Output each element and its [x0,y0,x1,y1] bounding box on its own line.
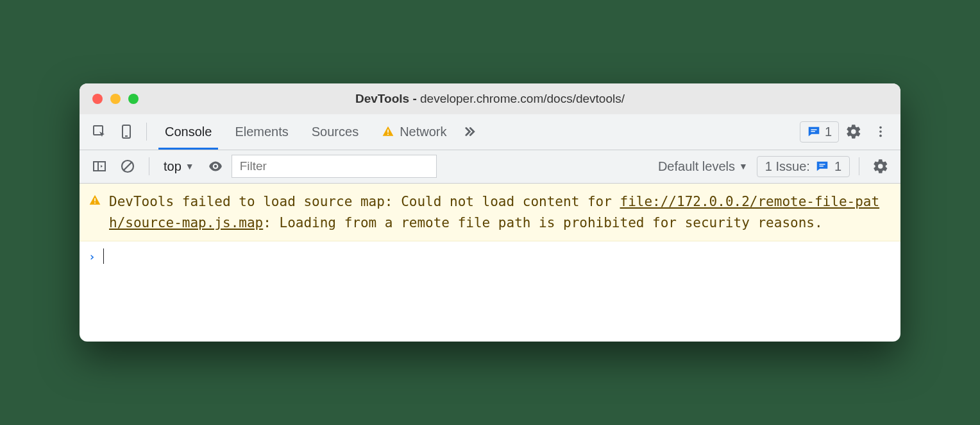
divider [146,123,147,141]
divider [859,157,859,175]
warning-pre: DevTools failed to load source map: Coul… [109,194,620,209]
settings-icon[interactable] [841,119,866,144]
tab-label: Elements [235,125,288,139]
chevron-down-icon: ▼ [739,161,748,171]
warning-icon [382,125,394,138]
svg-point-8 [879,131,882,134]
svg-point-14 [214,165,217,168]
svg-rect-5 [811,130,816,130]
tab-label: Console [165,125,212,139]
svg-rect-3 [387,130,389,133]
devtools-window: DevTools - developer.chrome.com/docs/dev… [80,83,900,342]
sidebar-toggle-icon[interactable] [87,154,112,178]
message-icon [807,125,821,139]
levels-label: Default levels [658,159,735,174]
svg-rect-15 [819,164,825,165]
log-levels-selector[interactable]: Default levels ▼ [653,159,753,174]
svg-line-13 [124,162,131,170]
tab-sources[interactable]: Sources [301,114,369,150]
console-prompt[interactable]: › [80,241,900,271]
inspect-element-icon[interactable] [87,119,112,144]
chevron-down-icon: ▼ [185,161,194,171]
console-blank-area[interactable] [80,271,900,342]
main-tabbar: Console Elements Sources Network 1 [80,114,900,150]
filter-input[interactable] [232,155,437,178]
tab-network[interactable]: Network [371,114,457,150]
tab-elements[interactable]: Elements [224,114,298,150]
svg-rect-16 [819,166,823,167]
warning-icon [89,194,101,207]
tab-label: Network [400,125,446,139]
kebab-menu-icon[interactable] [868,119,893,144]
device-toolbar-icon[interactable] [114,119,139,144]
svg-rect-18 [94,202,96,204]
warning-text: DevTools failed to load source map: Coul… [109,191,891,233]
issues-label: 1 Issue: [765,159,810,174]
clear-console-icon[interactable] [115,154,140,178]
tab-console[interactable]: Console [155,114,222,150]
console-settings-icon[interactable] [868,154,893,178]
svg-rect-10 [94,162,105,171]
svg-rect-6 [811,132,815,132]
badge-count: 1 [825,125,832,139]
console-toolbar: top ▼ Default levels ▼ 1 Issue: 1 [80,150,900,184]
issues-count: 1 [834,159,841,174]
console-warning-row: DevTools failed to load source map: Coul… [80,184,900,241]
message-icon [815,159,829,173]
svg-rect-4 [387,134,389,135]
svg-point-9 [879,135,882,137]
prompt-chevron-icon: › [89,250,96,263]
context-selector[interactable]: top ▼ [158,157,199,177]
window-title-prefix: DevTools - [355,92,420,105]
text-cursor [103,248,105,264]
more-tabs-icon[interactable] [460,119,484,144]
tab-label: Sources [312,125,359,139]
divider [149,157,149,175]
live-expression-icon[interactable] [203,154,228,178]
titlebar: DevTools - developer.chrome.com/docs/dev… [80,83,900,114]
window-title: DevTools - developer.chrome.com/docs/dev… [80,92,900,106]
context-label: top [164,159,182,174]
issues-button[interactable]: 1 Issue: 1 [757,156,850,177]
issues-badge[interactable]: 1 [800,121,839,143]
warning-post: : Loading from a remote file path is pro… [263,215,822,230]
window-title-url: developer.chrome.com/docs/devtools/ [420,92,625,105]
svg-point-7 [879,126,882,129]
svg-rect-17 [94,198,96,202]
